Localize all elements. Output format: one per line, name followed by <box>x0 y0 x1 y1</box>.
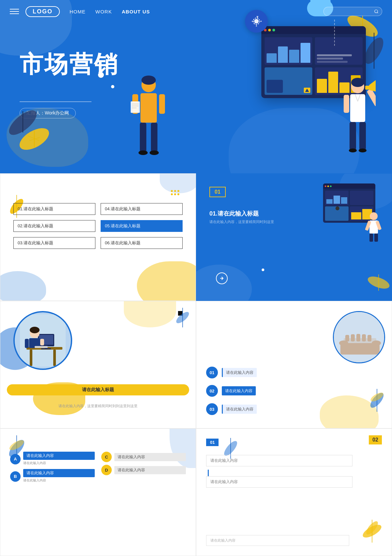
svg-point-29 <box>351 78 364 87</box>
svg-rect-32 <box>359 122 366 150</box>
nav-about[interactable]: ABOUT US <box>122 9 150 14</box>
step-num-3: 03 <box>206 403 218 415</box>
slide2b-title: 01.请在此输入标题 <box>209 210 259 217</box>
svg-rect-54 <box>53 350 56 366</box>
hero-slide: LOGO HOME WORK ABOUT US 市场营销 汇报人：Work办公网 <box>0 0 392 173</box>
svg-rect-17 <box>140 123 146 152</box>
slide3a-leaf-deco <box>173 304 192 331</box>
hero-title: 市场营销 <box>20 52 119 76</box>
svg-rect-36 <box>365 86 370 90</box>
step-num-2: 02 <box>206 385 218 397</box>
hero-divider <box>20 101 91 102</box>
svg-point-76 <box>339 340 348 346</box>
svg-rect-73 <box>362 334 366 341</box>
toc-item-3: 03.请在此输入标题 <box>13 237 95 249</box>
slide4b-num01: 01 <box>206 439 219 446</box>
svg-line-1 <box>377 12 378 13</box>
flow-item-a: A 请在此输入内容 请在此输入内容 <box>10 452 95 466</box>
navigation: LOGO HOME WORK ABOUT US <box>0 0 392 23</box>
svg-rect-74 <box>368 335 371 341</box>
slide-person-content: 请在此输入标题 请在此输入内容，这里要精简同时到到这里到这里 <box>0 301 196 428</box>
svg-rect-16 <box>140 93 157 123</box>
slides-grid: 01.请在此输入标题 04.请在此输入标题 02.请在此输入标题 05.请在此输… <box>0 173 392 556</box>
svg-rect-72 <box>356 334 360 341</box>
svg-point-75 <box>372 340 381 346</box>
flow-item-d: D 请在此输入内容 <box>101 465 186 475</box>
svg-point-43 <box>370 212 378 220</box>
slide2b-black-dot <box>335 206 339 210</box>
step-item-1: 01 请在此输入内容 <box>206 367 320 378</box>
step-num-1: 01 <box>206 367 218 378</box>
toc-item-2: 02.请在此输入标题 <box>13 220 95 232</box>
svg-point-27 <box>141 76 156 85</box>
step-bar-1: 请在此输入内容 <box>222 368 257 377</box>
flowchart: A 请在此输入内容 请在此输入内容 B 请在此输入内容 请在此输入内容 <box>10 452 186 486</box>
dot-2 <box>111 85 114 88</box>
slide-flowchart: A 请在此输入内容 请在此输入内容 B 请在此输入内容 请在此输入内容 <box>0 428 196 556</box>
flow-item-b: B 请在此输入内容 请在此输入内容 <box>10 469 95 484</box>
flow-a-bar: 请在此输入内容 <box>23 452 95 460</box>
leaf-dark-left <box>3 105 42 141</box>
person-left <box>127 69 170 170</box>
dashed-connector <box>334 20 335 46</box>
dots-group <box>171 190 179 195</box>
nav-links: HOME WORK ABOUT US <box>70 9 323 14</box>
toc-item-4: 04.请在此输入标题 <box>101 203 183 215</box>
slide2b-subtitle: 请在此输入内容，这里要精简同时到这里 <box>209 219 320 224</box>
nav-work[interactable]: WORK <box>95 9 112 14</box>
svg-rect-58 <box>41 348 51 349</box>
svg-rect-62 <box>40 339 44 345</box>
flow-a-desc: 请在此输入内容 <box>23 460 95 466</box>
svg-rect-61 <box>25 339 29 348</box>
step-bar-3: 请在此输入内容 <box>222 405 257 414</box>
slide-steps: 01 请在此输入内容 02 请在此输入内容 03 请在此输入内容 <box>196 301 392 428</box>
person-photo <box>13 311 72 370</box>
flow-col-right: C 请在此输入内容 D 请在此输入内容 <box>101 452 186 475</box>
flow-c-content: 请在此输入内容 <box>114 453 186 461</box>
search-icon <box>374 9 379 14</box>
svg-rect-20 <box>159 94 165 114</box>
flow-b-content: 请在此输入内容 请在此输入内容 <box>23 469 95 484</box>
svg-rect-30 <box>350 94 365 122</box>
slide2b-number: 01 <box>209 187 226 197</box>
svg-marker-12 <box>305 89 309 92</box>
timeline-bar-2: 请在此输入内容 <box>206 476 352 488</box>
person-svg <box>20 314 66 367</box>
browser-titlebar <box>261 26 366 34</box>
slide2b-white-dot <box>262 269 264 271</box>
toc-blue-blob <box>0 271 46 301</box>
slide2b-arrow-button[interactable] <box>216 272 228 284</box>
dot-1 <box>98 72 104 78</box>
flow-d-content: 请在此输入内容 <box>114 466 186 474</box>
slide-timeline: 01 02 请在此输入内容 请在此输入内容 请在此输入内容 <box>196 428 392 556</box>
svg-rect-47 <box>369 234 373 242</box>
svg-rect-18 <box>151 123 157 152</box>
hamburger-menu[interactable] <box>10 9 19 14</box>
svg-rect-33 <box>344 95 349 113</box>
timeline-connector <box>208 470 352 476</box>
flow-b-bar: 请在此输入内容 <box>23 469 95 477</box>
flow-c-bar: 请在此输入内容 <box>114 453 186 461</box>
logo: LOGO <box>25 6 60 17</box>
svg-marker-35 <box>369 80 376 92</box>
slide4b-bottom-box: 请在此输入内容 <box>206 535 349 546</box>
top-yellow <box>124 301 176 327</box>
slide3a-title: 请在此输入标题 <box>7 384 189 395</box>
timeline-content: 请在此输入内容 请在此输入内容 <box>206 455 352 488</box>
flow-circle-b: B <box>10 471 21 482</box>
flow-a-content: 请在此输入内容 请在此输入内容 <box>23 452 95 466</box>
step-item-3: 03 请在此输入内容 <box>206 403 320 415</box>
slide-toc: 01.请在此输入标题 04.请在此输入标题 02.请在此输入标题 05.请在此输… <box>0 173 196 301</box>
slide3b-leaf <box>366 386 388 415</box>
svg-rect-21 <box>131 101 140 113</box>
svg-rect-53 <box>30 350 32 366</box>
flow-col-left: A 请在此输入内容 请在此输入内容 B 请在此输入内容 请在此输入内容 <box>10 452 95 486</box>
nav-home[interactable]: HOME <box>70 9 86 14</box>
search-box[interactable] <box>323 7 382 16</box>
svg-point-38 <box>359 148 367 152</box>
toc-yellow-blob <box>137 261 196 301</box>
toc-item-5: 05.请在此输入标题 <box>101 220 183 232</box>
steps-list: 01 请在此输入内容 02 请在此输入内容 03 请在此输入内容 <box>206 367 320 422</box>
flow-row-ac: A 请在此输入内容 请在此输入内容 B 请在此输入内容 请在此输入内容 <box>10 452 186 486</box>
timeline-bar-1: 请在此输入内容 <box>206 455 352 466</box>
